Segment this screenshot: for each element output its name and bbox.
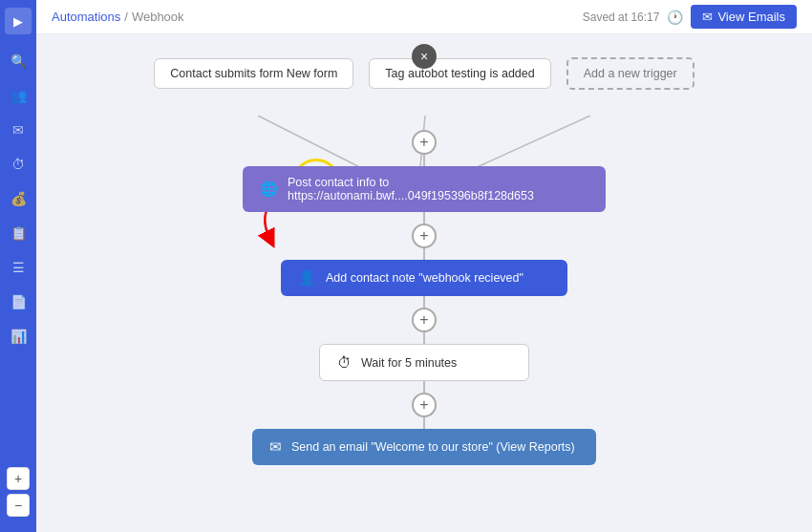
email-icon: ✉ [269,438,282,456]
zoom-out-button[interactable]: − [7,494,30,517]
connector-6 [423,417,425,429]
sidebar-icon-search[interactable]: 🔍 [5,48,32,74]
sidebar-expand-btn[interactable]: ▶ [5,8,32,34]
sidebar-bottom: + − [7,467,30,524]
plus-button-0[interactable]: + [412,130,437,155]
canvas[interactable]: × Contact submits form New form Tag auto… [36,34,812,532]
main-area: Automations / Webhook Saved at 16:17 🕐 ✉… [36,0,812,532]
sidebar-icon-analytics[interactable]: 📊 [5,323,32,350]
breadcrumb: Automations / Webhook [52,10,184,24]
connector-1 [423,212,425,223]
flow-container: × Contact submits form New form Tag auto… [36,34,812,532]
email-label: Send an email "Welcome to our store" (Vi… [291,440,575,454]
action-node-note[interactable]: 👤 Add contact note "webhook recieved" [281,260,567,296]
action-node-wait[interactable]: ⏱ Wait for 5 minutes [319,344,529,381]
sidebar-icon-menu[interactable]: ☰ [5,254,32,281]
breadcrumb-automations[interactable]: Automations [52,10,120,24]
expand-icon: ▶ [13,14,23,29]
zoom-in-button[interactable]: + [7,467,30,490]
view-emails-button[interactable]: ✉ View Emails [691,5,797,29]
header: Automations / Webhook Saved at 16:17 🕐 ✉… [36,0,812,34]
sidebar-icon-contacts[interactable]: 👥 [5,82,32,109]
connector-0 [423,155,425,166]
plus-button-1[interactable]: + [412,223,437,248]
sidebar-icon-email[interactable]: ✉ [5,117,32,143]
close-button[interactable]: × [412,44,437,69]
breadcrumb-current: Webhook [132,10,184,24]
header-right: Saved at 16:17 🕐 ✉ View Emails [583,5,797,29]
action-node-email[interactable]: ✉ Send an email "Welcome to our store" (… [252,429,596,465]
sidebar-icon-automations[interactable]: ⏱ [5,151,32,178]
note-label: Add contact note "webhook recieved" [326,271,524,285]
breadcrumb-separator: / [124,10,128,24]
saved-text: Saved at 16:17 [583,11,660,24]
wait-icon: ⏱ [337,354,352,371]
sidebar: ▶ 🔍 👥 ✉ ⏱ 💰 📋 ☰ 📄 📊 + − [0,0,36,532]
trigger-node-add[interactable]: Add a new trigger [566,57,694,90]
connector-4 [423,332,425,344]
sidebar-icon-pages[interactable]: 📄 [5,288,32,315]
trigger-node-tag[interactable]: Tag autobot testing is added [369,58,550,89]
note-icon: 👤 [298,269,316,287]
action-node-webhook[interactable]: 🌐 Post contact info to https://autonami.… [243,166,606,212]
view-emails-label: View Emails [717,10,785,24]
history-icon[interactable]: 🕐 [667,10,683,25]
flow-center: + 🌐 Post contact info to https://autonam… [36,130,812,465]
view-emails-icon: ✉ [702,10,713,24]
wait-label: Wait for 5 minutes [361,356,457,370]
connector-5 [423,381,425,393]
connector-2 [423,248,425,260]
webhook-icon: 🌐 [260,181,278,198]
sidebar-icon-lists[interactable]: 📋 [5,220,32,246]
sidebar-icon-revenue[interactable]: 💰 [5,185,32,212]
trigger-node-form[interactable]: Contact submits form New form [154,58,353,89]
plus-button-2[interactable]: + [412,308,437,332]
webhook-label: Post contact info to https://autonami.bw… [288,176,588,202]
connector-3 [423,296,425,308]
plus-button-3[interactable]: + [412,393,437,417]
